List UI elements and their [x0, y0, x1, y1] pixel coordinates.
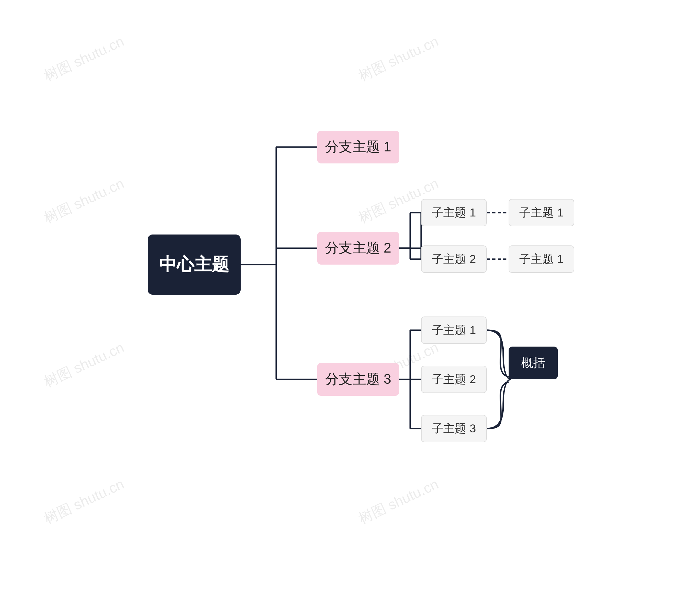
- subsub2-1-label: 子主题 1: [519, 205, 563, 220]
- sub2-2-node[interactable]: 子主题 2: [421, 245, 487, 273]
- sub3-3-node[interactable]: 子主题 3: [421, 415, 487, 442]
- sub2-1-label: 子主题 1: [432, 205, 476, 220]
- sub2-2-label: 子主题 2: [432, 251, 476, 267]
- sub3-3-label: 子主题 3: [432, 421, 476, 436]
- watermark-5: 树图 shutu.cn: [41, 338, 127, 392]
- subsub2-2-node[interactable]: 子主题 1: [509, 245, 574, 273]
- branch1-node[interactable]: 分支主题 1: [317, 131, 399, 163]
- summary-label: 概括: [521, 355, 545, 371]
- sub3-1-label: 子主题 1: [432, 323, 476, 338]
- subsub2-1-node[interactable]: 子主题 1: [509, 199, 574, 226]
- branch3-label: 分支主题 3: [325, 370, 391, 388]
- sub2-1-node[interactable]: 子主题 1: [421, 199, 487, 226]
- sub3-1-node[interactable]: 子主题 1: [421, 317, 487, 344]
- summary-node[interactable]: 概括: [509, 347, 558, 379]
- branch2-label: 分支主题 2: [325, 239, 391, 257]
- watermark-1: 树图 shutu.cn: [41, 32, 127, 86]
- watermark-7: 树图 shutu.cn: [41, 475, 127, 529]
- branch2-node[interactable]: 分支主题 2: [317, 232, 399, 264]
- center-node[interactable]: 中心主题: [148, 234, 240, 294]
- branch3-node[interactable]: 分支主题 3: [317, 363, 399, 396]
- sub3-2-label: 子主题 2: [432, 372, 476, 387]
- watermark-3: 树图 shutu.cn: [41, 174, 127, 228]
- branch1-label: 分支主题 1: [325, 138, 391, 156]
- subsub2-2-label: 子主题 1: [519, 251, 563, 267]
- sub3-2-node[interactable]: 子主题 2: [421, 366, 487, 393]
- mind-map-diagram: 中心主题 分支主题 1 分支主题 2 分支主题 3 子主题 1 子主题 2 子主…: [131, 76, 569, 513]
- center-node-label: 中心主题: [159, 252, 229, 276]
